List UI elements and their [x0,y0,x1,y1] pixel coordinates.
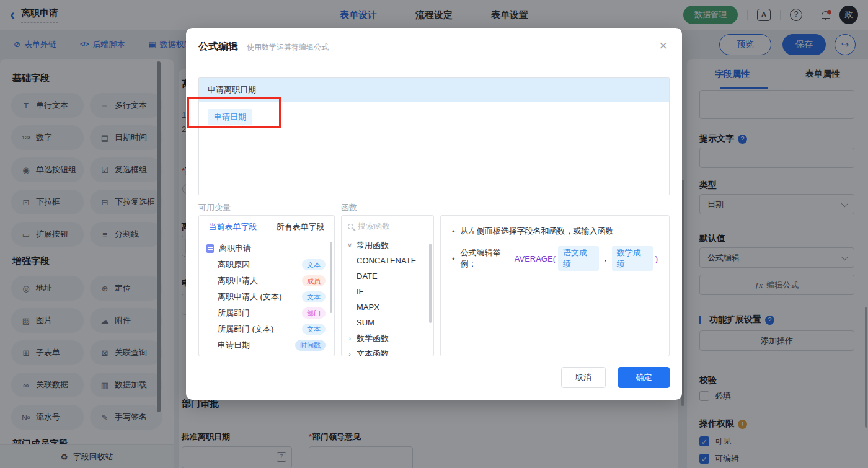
bullet-icon: • [452,227,455,236]
tip1-text: 从左侧面板选择字段名和函数，或输入函数 [461,226,614,237]
variables-label: 可用变量 [198,202,231,213]
function-concatenate[interactable]: CONCATENATE [342,253,433,268]
chevron-right-icon: › [347,350,353,357]
tip-line-1: • 从左侧面板选择字段名和函数，或输入函数 [452,226,658,237]
tips-panel: • 从左侧面板选择字段名和函数，或输入函数 • 公式编辑举例： AVERAGE(… [440,215,670,356]
type-badge: 文本 [302,324,326,335]
function-sum[interactable]: SUM [342,315,433,330]
field-name: 离职申请人 [218,275,258,286]
modal-subtitle: 使用数学运算符编辑公式 [247,42,329,53]
field-name: 所属部门 [218,307,250,319]
tab-current-form-fields[interactable]: 当前表单字段 [199,216,267,237]
function-if[interactable]: IF [342,284,433,299]
tip-line-2: • 公式编辑举例： AVERAGE( 语文成绩 ， 数学成绩 ) [452,246,658,271]
field-name: 离职原因 [218,259,250,270]
annotation-red-box [187,97,281,128]
tree-field-row[interactable]: 所属部门部门 [199,305,334,321]
field-name: 申请日期 [218,340,250,351]
tree-root-label: 离职申请 [219,243,251,254]
group-label: 数学函数 [356,333,389,344]
tip2-chip1: 语文成绩 [558,246,599,271]
chevron-right-icon: › [347,335,353,342]
tree-field-row[interactable]: 离职申请人 (文本)文本 [199,289,334,305]
form-doc-icon [206,244,214,253]
functions-scrollbar[interactable] [429,244,432,323]
field-name: 离职申请人 (文本) [218,291,281,302]
function-date[interactable]: DATE [342,268,433,284]
tab-all-form-fields[interactable]: 所有表单字段 [267,216,334,237]
type-badge: 时间戳 [295,340,326,351]
variables-panel: 当前表单字段 所有表单字段 离职申请 离职原因文本 离职申请人成员 离职申请人 … [198,215,335,356]
tip2-chip2: 数学成绩 [612,246,653,271]
functions-panel: 搜索函数 ∨常用函数 CONCATENATE DATE IF MAPX SUM … [341,215,434,356]
function-mapx[interactable]: MAPX [342,299,433,315]
tree-field-row[interactable]: 申请日期时间戳 [199,337,334,353]
close-icon[interactable]: × [659,38,667,54]
formula-editor: 申请离职日期 = 申请日期 [198,77,670,195]
function-group-math[interactable]: ›数学函数 [342,330,433,346]
search-placeholder: 搜索函数 [358,221,390,232]
confirm-button[interactable]: 确定 [618,367,670,388]
tree-field-row[interactable]: 离职原因文本 [199,257,334,273]
bullet-icon: • [452,254,455,263]
function-group-common[interactable]: ∨常用函数 [342,237,433,253]
app-root: ‹ 离职申请 表单设计 流程设定 表单设置 数据管理 A ? 政 ⊘ 表单外链 … [0,0,868,468]
tree-root[interactable]: 离职申请 [199,241,334,257]
tip2-function: AVERAGE( [515,254,556,263]
tree-field-row[interactable]: 离职申请人成员 [199,273,334,289]
type-badge: 文本 [302,291,326,302]
tip2-prefix: 公式编辑举例： [461,247,515,270]
tip2-comma: ， [601,253,609,264]
type-badge: 文本 [302,259,326,270]
variable-tree: 离职申请 离职原因文本 离职申请人成员 离职申请人 (文本)文本 所属部门部门 … [199,237,334,353]
function-group-text[interactable]: ›文本函数 [342,346,433,356]
functions-label: 函数 [341,202,357,213]
chevron-down-icon: ∨ [347,241,353,249]
modal-title: 公式编辑 [198,40,238,53]
variables-scrollbar[interactable] [330,242,332,313]
type-badge: 部门 [302,307,326,319]
tip2-close-paren: ) [655,254,658,263]
variable-tabs: 当前表单字段 所有表单字段 [199,216,334,237]
formula-edit-modal: 公式编辑 使用数学运算符编辑公式 × 申请离职日期 = 申请日期 可用变量 函数… [186,28,682,400]
group-label: 常用函数 [356,240,389,251]
type-badge: 成员 [302,275,326,286]
search-icon [348,224,353,229]
cancel-button[interactable]: 取消 [561,367,606,388]
function-search[interactable]: 搜索函数 [342,216,433,237]
group-label: 文本函数 [356,348,389,357]
field-name: 所属部门 (文本) [218,324,273,335]
tree-field-row[interactable]: 所属部门 (文本)文本 [199,321,334,337]
modal-header: 公式编辑 使用数学运算符编辑公式 [198,40,329,53]
